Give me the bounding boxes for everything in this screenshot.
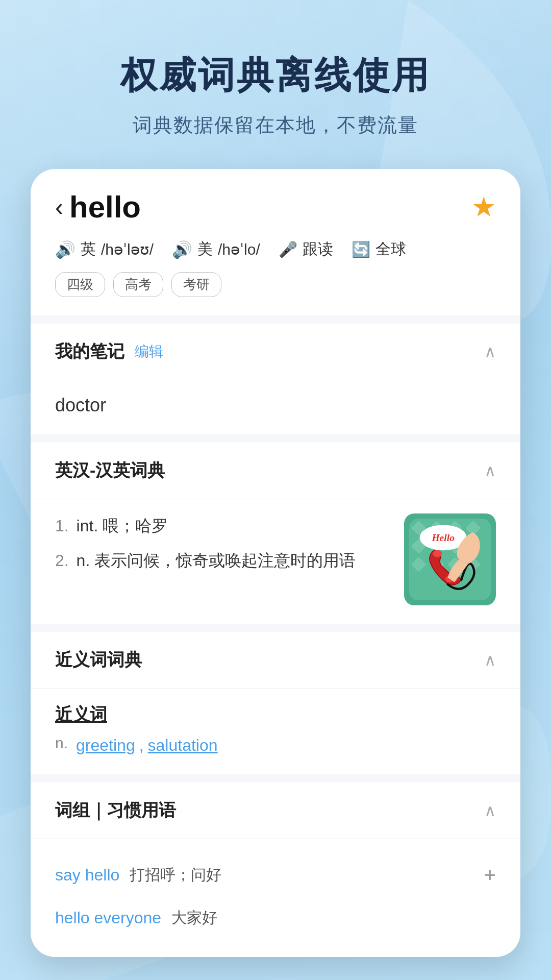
favorite-button[interactable]: ★ <box>471 191 496 223</box>
phonetic-row: 🔊 英 /həˈləʊ/ 🔊 美 /həˈlo/ 🎤 跟读 🔄 全球 <box>55 239 496 260</box>
syn-section-header[interactable]: 近义词词典 ∧ <box>31 632 520 689</box>
phrases-section: 词组｜习惯用语 ∧ say hello 打招呼；问好 + hello every… <box>31 782 520 957</box>
phrases-chevron-icon: ∧ <box>484 801 496 820</box>
phonetic-uk-text: /həˈləʊ/ <box>101 240 154 258</box>
notes-content: doctor <box>55 395 106 415</box>
word-left: ‹ hello <box>55 189 141 225</box>
notes-section-header[interactable]: 我的笔记 编辑 ∧ <box>31 324 520 380</box>
def-item-1: 1. int. 喂；哈罗 <box>55 513 392 538</box>
synonym-word-1[interactable]: greeting <box>76 736 135 755</box>
notes-title-group: 我的笔记 编辑 <box>55 340 163 363</box>
syn-title: 近义词词典 <box>55 648 142 672</box>
def-number-1: 1. <box>55 517 69 535</box>
dict-body: 1. int. 喂；哈罗 2. n. 表示问候，惊奇或唤起注意时的用语 <box>31 499 520 624</box>
def-text-2: 表示问候，惊奇或唤起注意时的用语 <box>94 551 356 570</box>
phonetic-uk[interactable]: 🔊 英 /həˈləʊ/ <box>55 239 154 260</box>
phrases-title: 词组｜习惯用语 <box>55 799 176 822</box>
syn-chevron-icon: ∧ <box>484 650 496 670</box>
dictionary-card: ‹ hello ★ 🔊 英 /həˈləʊ/ 🔊 美 /həˈlo/ 🎤 跟读 … <box>31 169 520 957</box>
phrase-zh-1: 打招呼；问好 <box>130 865 221 886</box>
phrase-item-1: say hello 打招呼；问好 + <box>55 853 496 897</box>
syn-body: 近义词 n. greeting , salutation <box>31 689 520 774</box>
notes-chevron-icon: ∧ <box>484 342 496 361</box>
dict-chevron-icon: ∧ <box>484 461 496 480</box>
main-title: 权威词典离线使用 <box>0 51 551 100</box>
synonyms-list: n. greeting , salutation <box>55 734 496 756</box>
notes-title: 我的笔记 <box>55 340 124 363</box>
global-label: 全球 <box>375 239 406 260</box>
phrase-en-1[interactable]: say hello <box>55 866 119 885</box>
notes-section: 我的笔记 编辑 ∧ doctor <box>31 324 520 434</box>
top-section: 权威词典离线使用 词典数据保留在本地，不费流量 <box>0 0 551 169</box>
def-number-2: 2. <box>55 551 69 570</box>
word-row: ‹ hello ★ <box>55 189 496 225</box>
tags-row: 四级 高考 考研 <box>55 272 496 297</box>
global-button[interactable]: 🔄 全球 <box>352 239 406 260</box>
tag-cet4: 四级 <box>55 272 105 297</box>
synonym-word-2[interactable]: salutation <box>148 736 218 755</box>
speaker-uk-icon[interactable]: 🔊 <box>55 240 76 259</box>
sub-title: 词典数据保留在本地，不费流量 <box>0 112 551 138</box>
dictionary-section: 英汉-汉英词典 ∧ 1. int. 喂；哈罗 2. n. 表示问候，惊奇或唤起注… <box>31 443 520 624</box>
card-header: ‹ hello ★ 🔊 英 /həˈləʊ/ 🔊 美 /həˈlo/ 🎤 跟读 … <box>31 169 520 315</box>
phrases-section-header[interactable]: 词组｜习惯用语 ∧ <box>31 782 520 839</box>
tag-postgrad: 考研 <box>171 272 221 297</box>
def-pos-2: n. <box>77 551 95 570</box>
syn-pos: n. <box>55 734 68 752</box>
follow-read-button[interactable]: 🎤 跟读 <box>279 239 333 260</box>
notes-body: doctor <box>31 380 520 434</box>
phonetic-us-label: 美 <box>197 239 213 260</box>
synonyms-section: 近义词词典 ∧ 近义词 n. greeting , salutation <box>31 632 520 774</box>
notes-edit-button[interactable]: 编辑 <box>135 342 163 361</box>
dict-definitions: 1. int. 喂；哈罗 2. n. 表示问候，惊奇或唤起注意时的用语 <box>55 513 392 605</box>
svg-point-15 <box>433 550 442 557</box>
synonym-sep: , <box>139 736 144 755</box>
speaker-us-icon[interactable]: 🔊 <box>172 240 192 259</box>
phrase-en-2[interactable]: hello everyone <box>55 909 161 927</box>
phrase-left-1: say hello 打招呼；问好 <box>55 865 221 886</box>
dict-title: 英汉-汉英词典 <box>55 459 165 482</box>
svg-text:Hello: Hello <box>431 532 455 543</box>
def-pos-1: int. <box>77 517 103 535</box>
synonyms-heading: 近义词 <box>55 703 496 726</box>
phonetic-us[interactable]: 🔊 美 /həˈlo/ <box>172 239 260 260</box>
headword: hello <box>69 189 141 225</box>
globe-icon: 🔄 <box>352 240 370 258</box>
phrase-left-2: hello everyone 大家好 <box>55 908 217 928</box>
phrase-add-1[interactable]: + <box>484 864 496 887</box>
follow-read-label: 跟读 <box>303 239 333 260</box>
phonetic-uk-label: 英 <box>81 239 96 260</box>
mic-icon: 🎤 <box>279 240 297 258</box>
def-text-1: 喂；哈罗 <box>103 517 168 535</box>
back-button[interactable]: ‹ <box>55 195 63 219</box>
dict-image: Hello <box>404 513 496 605</box>
phrases-body: say hello 打招呼；问好 + hello everyone 大家好 <box>31 839 520 957</box>
dict-section-header[interactable]: 英汉-汉英词典 ∧ <box>31 443 520 499</box>
phrase-zh-2: 大家好 <box>171 908 217 928</box>
tag-gaokao: 高考 <box>113 272 163 297</box>
def-item-2: 2. n. 表示问候，惊奇或唤起注意时的用语 <box>55 548 392 573</box>
phonetic-us-text: /həˈlo/ <box>218 240 260 258</box>
phrase-item-2: hello everyone 大家好 <box>55 897 496 939</box>
